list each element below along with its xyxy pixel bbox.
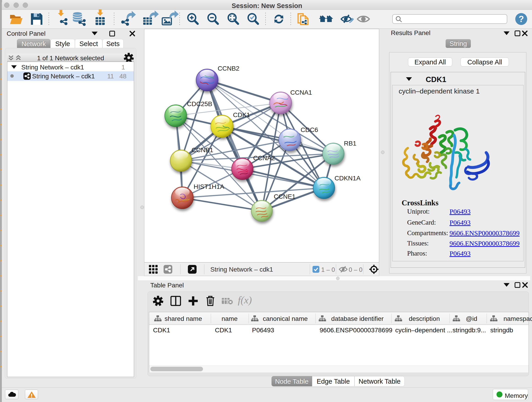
svg-text:CDK1: CDK1 — [233, 111, 250, 119]
svg-text:HIST1H1A: HIST1H1A — [194, 183, 224, 190]
svg-text:CCNA2: CCNA2 — [253, 154, 275, 162]
svg-text:CDKN1A: CDKN1A — [335, 175, 361, 182]
svg-text:CCNB1: CCNB1 — [191, 147, 213, 153]
svg-text:CCNB2: CCNB2 — [218, 65, 239, 72]
svg-text:CDC25B: CDC25B — [187, 100, 212, 108]
svg-text:CCNA1: CCNA1 — [290, 89, 312, 96]
svg-text:CDC6: CDC6 — [301, 126, 318, 133]
svg-text:?: ? — [519, 14, 524, 24]
svg-text:CCNE1: CCNE1 — [274, 193, 296, 200]
svg-text:RB1: RB1 — [344, 140, 356, 147]
